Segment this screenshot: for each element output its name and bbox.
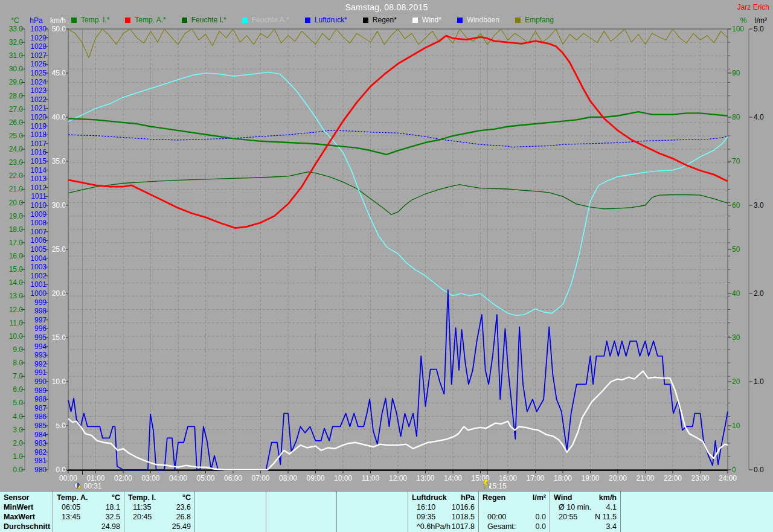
cell-value: 0.0 <box>536 512 546 522</box>
axis-label-temp: 12.0 <box>9 306 24 314</box>
axis-label-temp: 14.0 <box>9 278 24 287</box>
cell-time: 09:35 <box>412 512 435 522</box>
axis-label-pressure: 1000 <box>30 289 47 298</box>
axis-label-pressure: 1017 <box>30 139 47 148</box>
x-tick-label: 22:00 <box>664 474 682 482</box>
axis-label-pressure: 987 <box>34 404 47 412</box>
column-header-name: Wind <box>554 493 572 502</box>
table-column-regen: Regenl/m²00:000.0Gesamt:0.0 <box>479 492 550 532</box>
axis-label-wind: 50.0 <box>52 25 66 33</box>
axis-label-temp: 2.0 <box>13 439 23 447</box>
x-tick-label: 19:00 <box>581 474 599 482</box>
axis-label-pressure: 1026 <box>30 60 47 68</box>
axis-label-temp: 4.0 <box>13 412 23 421</box>
axis-label-pressure: 1029 <box>30 34 47 42</box>
x-tick-label: 02:00 <box>114 474 132 482</box>
cell-time: 16:10 <box>412 502 435 512</box>
cell-time: Ø 10 min. <box>554 502 591 512</box>
axis-label-wind: 35.0 <box>52 157 66 165</box>
axis-label-temp: 23.0 <box>9 158 24 167</box>
cell-value: 18.1 <box>106 502 120 512</box>
axis-label-wind: 5.0 <box>56 421 66 430</box>
x-tick-label: 03:00 <box>141 474 159 482</box>
cell-value: 25.49 <box>172 522 191 531</box>
x-tick-label: 14:00 <box>444 474 462 482</box>
axis-label-pressure: 982 <box>34 448 47 457</box>
axis-label-wind: 45.0 <box>52 69 66 77</box>
axis-label-temp: 19.0 <box>9 212 24 220</box>
axis-label-temp: 5.0 <box>13 399 23 407</box>
axis-label-pressure: 1013 <box>30 175 47 183</box>
table-column-empty-5 <box>337 492 408 532</box>
cell-value: 1016.6 <box>452 502 475 512</box>
cell-time: 11:35 <box>128 502 151 512</box>
axis-label-pressure: 1022 <box>30 95 47 104</box>
axis-label-temp: 29.0 <box>9 78 24 86</box>
axis-label-rain: 3.0 <box>754 201 764 210</box>
cell-time: 20:55 <box>554 512 577 522</box>
axis-label-temp: 21.0 <box>9 185 24 193</box>
cell-time <box>57 522 62 531</box>
row-label: Sensor <box>4 493 29 502</box>
column-header-name: Regen <box>483 493 505 502</box>
axis-label-temp: 32.0 <box>9 38 24 46</box>
cell-value: 24.98 <box>101 522 120 531</box>
axis-label-pressure: 1023 <box>30 86 47 95</box>
axis-label-pressure: 996 <box>34 324 47 333</box>
column-header-name: Temp. A. <box>57 493 88 502</box>
axis-label-temp: 7.0 <box>13 372 23 380</box>
axis-label-wind: 30.0 <box>52 201 66 210</box>
axis-label-pressure: 1006 <box>30 236 47 245</box>
cell-time: 20:45 <box>128 512 152 522</box>
column-header-unit: hPa <box>461 493 475 502</box>
axis-label-pressure: 1002 <box>30 272 47 280</box>
axis-label-pressure: 1021 <box>30 104 47 112</box>
axis-label-pressure: 1007 <box>30 228 47 236</box>
axis-label-temp: 13.0 <box>9 292 24 300</box>
axis-label-temp: 30.0 <box>9 65 24 73</box>
axis-label-temp: 9.0 <box>13 345 23 354</box>
column-header-unit: km/h <box>599 493 617 502</box>
axis-label-temp: 27.0 <box>9 105 24 114</box>
table-column-temp-a: Temp. A.°C06:0518.113:4532.524.98 <box>53 492 124 532</box>
axis-label-humidity: 60 <box>732 201 740 210</box>
cell-value: 32.5 <box>106 512 120 522</box>
x-tick-label: 09:00 <box>306 474 324 482</box>
axis-label-pressure: 991 <box>34 368 47 377</box>
axis-label-pressure: 1020 <box>30 113 47 121</box>
x-tick-label: 20:00 <box>609 474 627 482</box>
cell-time <box>554 522 559 531</box>
axis-label-pressure: 1011 <box>31 192 47 200</box>
axis-label-temp: 31.0 <box>9 51 24 60</box>
axis-label-temp: 25.0 <box>9 132 24 140</box>
axis-label-temp: 17.0 <box>9 239 24 247</box>
x-tick-label: 05:00 <box>196 474 214 482</box>
axis-label-temp: 3.0 <box>13 426 23 434</box>
axis-label-pressure: 981 <box>34 457 47 465</box>
axis-label-humidity: 0 <box>732 466 736 474</box>
x-tick-label: 10:00 <box>334 474 352 482</box>
x-tick-label: 23:00 <box>691 474 709 482</box>
column-header-unit: l/m² <box>533 493 546 502</box>
axis-label-temp: 1.0 <box>13 452 23 461</box>
axis-label-rain: 2.0 <box>754 289 764 298</box>
axis-label-pressure: 1027 <box>30 51 47 60</box>
cell-value: N 11.5 <box>595 512 617 522</box>
axis-label-wind: 25.0 <box>52 245 66 254</box>
cell-value: 23.6 <box>176 502 191 512</box>
axis-label-pressure: 998 <box>34 307 47 315</box>
cell-time <box>128 522 133 531</box>
x-tick-label: 01:00 <box>86 474 104 482</box>
axis-label-pressure: 986 <box>34 412 47 421</box>
cell-value: 26.8 <box>176 512 191 522</box>
column-header-unit: °C <box>112 493 120 502</box>
axis-label-pressure: 983 <box>34 439 47 447</box>
axis-label-rain: 5.0 <box>754 25 764 33</box>
axis-label-rain: 4.0 <box>754 113 764 121</box>
cell-time: ^0.6hPa/h <box>412 522 451 531</box>
axis-label-temp: 15.0 <box>9 265 24 274</box>
table-column-empty-3 <box>195 492 266 532</box>
table-column-empty-9 <box>621 492 773 532</box>
time-marker-label: 00:31 <box>84 482 102 490</box>
x-tick-label: 11:00 <box>362 474 379 482</box>
